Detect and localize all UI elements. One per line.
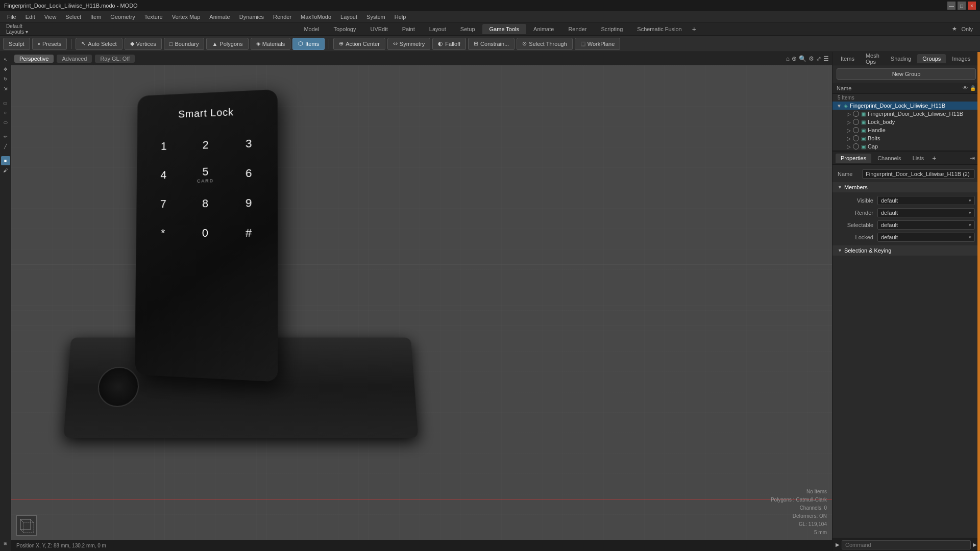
props-tab-lists[interactable]: Lists (908, 154, 929, 163)
falloff-button[interactable]: ◐ Falloff (432, 38, 466, 50)
menu-render[interactable]: Render (269, 13, 296, 21)
close-button[interactable]: × (968, 2, 976, 10)
polygons-button[interactable]: ▲ Polygons (206, 38, 248, 50)
tree-item-handle[interactable]: ▷ ▣ Handle (832, 126, 980, 134)
sculpt-label: Sculpt (9, 41, 24, 47)
workplane-button[interactable]: ⬚ WorkPlane (575, 38, 621, 50)
layout-selector[interactable]: Default Layouts ▾ (6, 23, 41, 35)
tool-rotate[interactable]: ↻ (1, 74, 10, 84)
tab-paint[interactable]: Paint (395, 24, 422, 34)
prop-value-selectable[interactable]: default ▾ (877, 220, 975, 230)
menubar: File Edit View Select Item Geometry Text… (0, 11, 980, 22)
menu-select[interactable]: Select (61, 13, 85, 21)
tree-item-lock-mesh[interactable]: ▷ ▣ Fingerprint_Door_Lock_Liliwise_H11B (832, 110, 980, 118)
tab-setup[interactable]: Setup (453, 24, 482, 34)
viewport-tab-perspective[interactable]: Perspective (14, 55, 54, 63)
tool-box[interactable]: ▭ (1, 98, 10, 108)
command-input[interactable] (842, 540, 971, 549)
tab-schematic[interactable]: Schematic Fusion (630, 24, 689, 34)
menu-edit[interactable]: Edit (21, 13, 39, 21)
vertices-button[interactable]: ◆ Vertices (125, 38, 162, 50)
tab-layout[interactable]: Layout (422, 24, 453, 34)
menu-geometry[interactable]: Geometry (106, 13, 139, 21)
tab-gametools[interactable]: Game Tools (482, 24, 527, 34)
items-button[interactable]: ⬡ Items (292, 38, 325, 50)
prop-name-input[interactable] (862, 169, 975, 179)
menu-dynamics[interactable]: Dynamics (235, 13, 268, 21)
new-group-button[interactable]: New Group (837, 68, 976, 80)
boundary-button[interactable]: □ Boundary (164, 38, 205, 50)
select-through-button[interactable]: ⊙ Select Through (517, 38, 572, 50)
command-submit-icon[interactable]: ▶ (973, 542, 977, 547)
viewport-tab-advanced[interactable]: Advanced (57, 55, 92, 63)
materials-button[interactable]: ◈ Materials (251, 38, 291, 50)
tab-render[interactable]: Render (561, 24, 594, 34)
menu-texture[interactable]: Texture (140, 13, 167, 21)
command-expand-icon[interactable]: ▶ (836, 542, 840, 547)
auto-select-button[interactable]: ↖ Auto Select (76, 38, 122, 50)
menu-layout[interactable]: Layout (336, 13, 361, 21)
tool-move[interactable]: ✥ (1, 65, 10, 74)
symmetry-button[interactable]: ⇔ Symmetry (387, 38, 431, 50)
right-tab-items[interactable]: Items (836, 54, 860, 63)
viewport[interactable]: Perspective Advanced Ray GL: Off ⌂ ⊕ 🔍 ⚙… (11, 52, 832, 551)
right-tab-groups[interactable]: Groups (917, 54, 946, 63)
right-tab-shading[interactable]: Shading (886, 54, 916, 63)
props-collapse-icon[interactable]: ⇥ (970, 155, 975, 162)
tool-scale[interactable]: ⇲ (1, 84, 10, 93)
items-tree-header: Name 👁 🔒 (832, 83, 980, 94)
info-deformers: Deformers: ON (771, 512, 827, 520)
tool-paint[interactable]: 🖌 (1, 166, 10, 175)
constrain-button[interactable]: ⊞ Constrain... (468, 38, 514, 50)
tab-topology[interactable]: Topology (326, 24, 363, 34)
viewport-icon-expand[interactable]: ⤢ (816, 55, 821, 62)
presets-button[interactable]: ● Presets (32, 38, 67, 50)
menu-view[interactable]: View (40, 13, 61, 21)
tab-scripting[interactable]: Scripting (594, 24, 630, 34)
menu-vertexmap[interactable]: Vertex Map (168, 13, 205, 21)
menu-file[interactable]: File (3, 13, 20, 21)
prop-row-render: Render default ▾ (832, 207, 980, 219)
maximize-button[interactable]: □ (958, 2, 966, 10)
tab-model[interactable]: Model (297, 24, 326, 34)
svg-line-2 (20, 519, 23, 522)
add-props-tab-button[interactable]: + (932, 154, 936, 162)
tree-item-cap[interactable]: ▷ ▣ Cap (832, 142, 980, 151)
viewport-icon-zoom[interactable]: 🔍 (799, 55, 806, 62)
vertices-icon: ◆ (130, 40, 134, 47)
menu-system[interactable]: System (362, 13, 389, 21)
action-center-button[interactable]: ⊕ Action Center (333, 38, 385, 50)
right-tab-meshops[interactable]: Mesh Ops (861, 51, 885, 66)
prop-value-render[interactable]: default ▾ (877, 208, 975, 217)
tree-item-bolts[interactable]: ▷ ▣ Bolts (832, 134, 980, 142)
prop-value-visible[interactable]: default ▾ (877, 196, 975, 205)
viewport-tab-raygl[interactable]: Ray GL: Off (95, 55, 135, 63)
tab-uvedit[interactable]: UVEdit (363, 24, 395, 34)
props-tab-channels[interactable]: Channels (872, 154, 906, 163)
viewport-icon-menu[interactable]: ☰ (823, 55, 829, 62)
minimize-button[interactable]: — (947, 2, 955, 10)
menu-item[interactable]: Item (86, 13, 105, 21)
tab-animate[interactable]: Animate (526, 24, 561, 34)
tool-pen[interactable]: ✏ (1, 132, 10, 141)
right-tab-images[interactable]: Images (947, 54, 975, 63)
add-tab-button[interactable]: + (689, 25, 699, 33)
sculpt-button[interactable]: Sculpt (3, 38, 30, 50)
prop-value-locked[interactable]: default ▾ (877, 233, 975, 242)
viewport-icon-search[interactable]: ⊕ (792, 55, 797, 62)
menu-maxtomodo[interactable]: MaxToModo (297, 13, 335, 21)
tree-item-root-group[interactable]: ▼ ◈ Fingerprint_Door_Lock_Liliwise_H11B (832, 102, 980, 110)
tool-cylinder[interactable]: ⬭ (1, 118, 10, 127)
viewport-icon-settings[interactable]: ⚙ (808, 55, 814, 62)
tool-edge[interactable]: ╱ (1, 142, 10, 151)
tool-select[interactable]: ↖ (1, 55, 10, 64)
props-tab-properties[interactable]: Properties (836, 154, 871, 163)
viewport-icon-home[interactable]: ⌂ (786, 55, 790, 62)
key-0: 0 (187, 222, 223, 244)
tool-active[interactable]: ■ (1, 156, 10, 165)
tree-item-lockbody[interactable]: ▷ ▣ Lock_body (832, 118, 980, 126)
tool-sphere[interactable]: ○ (1, 108, 10, 117)
menu-animate[interactable]: Animate (205, 13, 234, 21)
tool-bottom[interactable]: ⊞ (1, 539, 10, 548)
menu-help[interactable]: Help (390, 13, 410, 21)
